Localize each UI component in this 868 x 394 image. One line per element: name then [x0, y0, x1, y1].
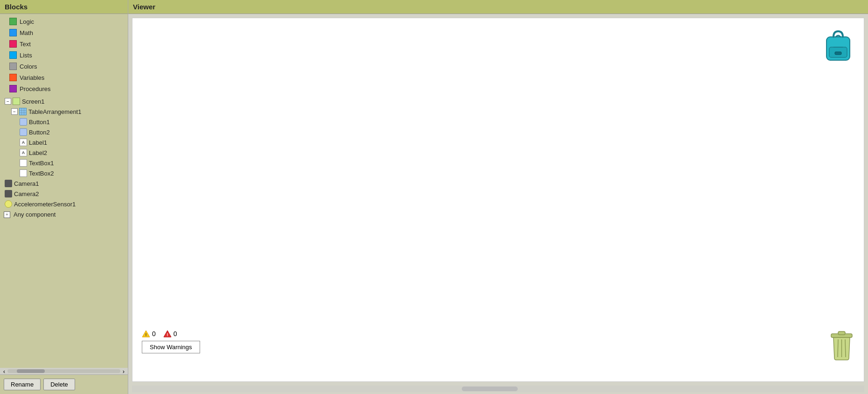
svg-line-6: [838, 339, 838, 357]
colors-label: Colors: [20, 63, 37, 70]
sidebar-item-lists[interactable]: Lists: [0, 49, 128, 61]
tree-item-button1[interactable]: Button1: [0, 117, 128, 127]
textbox2-label: TextBox2: [29, 170, 54, 177]
screen1-icon: [13, 98, 20, 105]
scroll-left-arrow[interactable]: ‹: [1, 368, 7, 374]
tree-item-label2[interactable]: A Label2: [0, 148, 128, 158]
viewer-header: Viewer: [128, 0, 868, 14]
scroll-right-arrow[interactable]: ›: [120, 368, 127, 374]
camera2-label: Camera2: [14, 190, 39, 197]
sidebar-item-colors[interactable]: Colors: [0, 61, 128, 72]
screen1-label: Screen1: [22, 98, 44, 105]
tree-item-camera2[interactable]: Camera2: [0, 189, 128, 199]
blocks-content: Logic Math Text Lists Colors Variables: [0, 14, 128, 368]
viewer-panel: Viewer: [128, 0, 868, 394]
sidebar-item-text[interactable]: Text: [0, 38, 128, 49]
blocks-footer: Rename Delete: [0, 374, 128, 394]
any-component-item[interactable]: + Any component: [0, 209, 128, 220]
label2-icon: A: [20, 149, 27, 156]
variables-color-icon: [9, 74, 17, 81]
tableArrangement1-label: TableArrangement1: [28, 108, 81, 115]
button2-label: Button2: [29, 129, 50, 136]
variables-label: Variables: [20, 74, 44, 81]
textbox1-icon: [20, 159, 27, 167]
tree-item-button2[interactable]: Button2: [0, 127, 128, 137]
yellow-warning-item: ! 0: [142, 330, 156, 338]
blocks-panel: Blocks Logic Math Text Lists Colors: [0, 0, 128, 394]
camera1-label: Camera1: [14, 180, 39, 187]
red-warning-icon: !: [163, 330, 172, 338]
viewer-scrollbar-thumb[interactable]: [462, 387, 518, 391]
show-warnings-button[interactable]: Show Warnings: [142, 341, 200, 353]
svg-text:!: !: [167, 332, 168, 337]
blocks-header: Blocks: [0, 0, 128, 14]
camera2-icon: [5, 190, 12, 197]
red-warning-count: 0: [174, 330, 177, 338]
tree-item-accelerometerSensor1[interactable]: AccelerometerSensor1: [0, 199, 128, 209]
blocks-horizontal-scrollbar[interactable]: ‹ ›: [0, 368, 128, 374]
tree-item-screen1[interactable]: − Screen1: [0, 96, 128, 106]
trash-icon[interactable]: [829, 330, 854, 363]
svg-rect-5: [838, 331, 845, 335]
button1-icon: [20, 118, 27, 126]
lists-color-icon: [9, 51, 17, 59]
tableArrangement1-collapse-toggle[interactable]: −: [11, 108, 18, 115]
delete-button[interactable]: Delete: [43, 379, 75, 390]
svg-rect-3: [835, 52, 841, 55]
math-label: Math: [20, 29, 33, 36]
procedures-color-icon: [9, 85, 17, 92]
scroll-thumb[interactable]: [17, 369, 45, 373]
scroll-track: [7, 369, 120, 373]
accelerometerSensor1-icon: [5, 200, 12, 208]
camera1-icon: [5, 180, 12, 187]
text-label: Text: [20, 41, 31, 48]
math-color-icon: [9, 29, 17, 36]
yellow-warning-icon: !: [142, 330, 150, 338]
any-component-toggle[interactable]: +: [4, 211, 10, 218]
tableArrangement1-icon: [19, 108, 27, 115]
textbox2-icon: [20, 169, 27, 177]
tree-item-tableArrangement1[interactable]: − TableArrangement1: [0, 106, 128, 117]
sidebar-item-math[interactable]: Math: [0, 27, 128, 38]
yellow-warning-count: 0: [152, 330, 156, 338]
svg-line-8: [845, 339, 846, 357]
textbox1-label: TextBox1: [29, 160, 54, 167]
viewer-horizontal-scrollbar[interactable]: [132, 386, 864, 392]
sidebar-item-procedures[interactable]: Procedures: [0, 83, 128, 94]
viewer-content: ! 0 ! 0 Show Warnings: [132, 18, 864, 382]
any-component-label: Any component: [14, 211, 56, 218]
screen1-collapse-toggle[interactable]: −: [5, 98, 11, 105]
colors-color-icon: [9, 63, 17, 70]
tree-item-textbox2[interactable]: TextBox2: [0, 168, 128, 178]
sidebar-item-logic[interactable]: Logic: [0, 16, 128, 27]
warning-counts: ! 0 ! 0: [142, 330, 200, 338]
accelerometerSensor1-label: AccelerometerSensor1: [14, 201, 76, 208]
label1-label: Label1: [29, 139, 47, 146]
procedures-label: Procedures: [20, 85, 50, 92]
svg-text:!: !: [146, 332, 147, 337]
tree-item-textbox1[interactable]: TextBox1: [0, 158, 128, 168]
red-warning-item: ! 0: [163, 330, 177, 338]
label2-label: Label2: [29, 149, 47, 156]
backpack-icon[interactable]: [822, 28, 854, 65]
label1-icon: A: [20, 139, 27, 146]
warnings-area: ! 0 ! 0 Show Warnings: [142, 330, 200, 353]
sidebar-item-variables[interactable]: Variables: [0, 72, 128, 83]
button2-icon: [20, 128, 27, 136]
lists-label: Lists: [20, 52, 32, 59]
tree-item-label1[interactable]: A Label1: [0, 137, 128, 148]
text-color-icon: [9, 40, 17, 48]
button1-label: Button1: [29, 119, 50, 126]
component-tree: − Screen1 − TableArrangement1 Button1: [0, 96, 128, 209]
logic-label: Logic: [20, 18, 34, 25]
logic-color-icon: [9, 18, 17, 25]
tree-item-camera1[interactable]: Camera1: [0, 178, 128, 189]
rename-button[interactable]: Rename: [4, 379, 41, 390]
